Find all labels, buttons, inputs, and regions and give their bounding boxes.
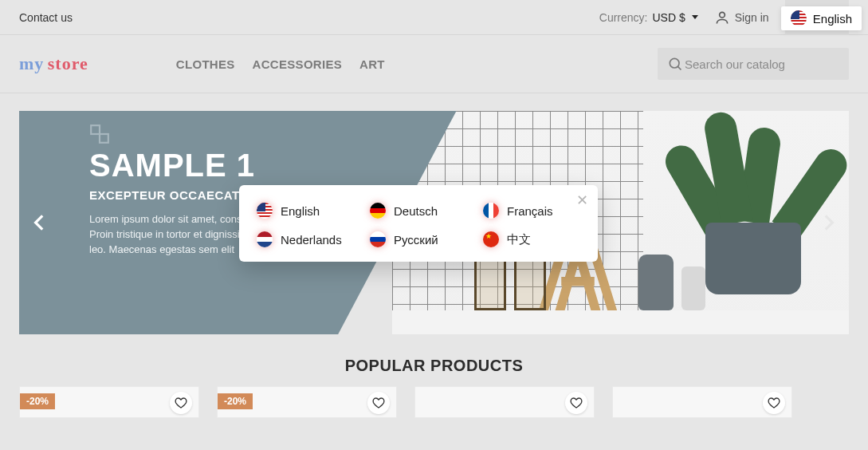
candle-decor [681, 266, 705, 310]
language-modal: ✕ English Deutsch Français Nederlands Ру… [239, 185, 598, 262]
svg-rect-3 [100, 134, 108, 143]
header: my store CLOTHES ACCESSORIES ART [0, 35, 868, 93]
nav-accessories[interactable]: ACCESSORIES [253, 57, 343, 71]
language-pill-label: English [813, 12, 852, 26]
popular-products-heading: POPULAR PRODUCTS [0, 357, 868, 375]
favorite-button[interactable] [565, 392, 587, 414]
banner-mark-icon [89, 124, 110, 144]
flag-de-icon [370, 203, 386, 219]
product-card[interactable]: -20% [217, 386, 397, 418]
favorite-button[interactable] [170, 392, 192, 414]
contact-us-link[interactable]: Contact us [19, 11, 73, 24]
lang-label: English [281, 204, 320, 218]
flag-fr-icon [483, 203, 499, 219]
lang-option-francais[interactable]: Français [483, 203, 580, 219]
favorite-button[interactable] [763, 392, 785, 414]
language-selector-pill[interactable]: English [781, 6, 862, 30]
lang-option-chinese[interactable]: 中文 [483, 231, 580, 247]
lang-label: 中文 [507, 232, 531, 247]
lang-option-english[interactable]: English [257, 203, 354, 219]
carousel-next-button[interactable] [812, 207, 844, 239]
logo-part-my: my [19, 53, 44, 73]
flag-nl-icon [257, 231, 273, 247]
lang-label: Nederlands [281, 233, 342, 247]
topbar: Contact us Currency: USD $ Sign in Cart [0, 0, 868, 35]
user-icon [714, 10, 730, 26]
signin-link[interactable]: Sign in [714, 10, 769, 26]
signin-label: Sign in [735, 11, 769, 24]
product-card[interactable] [414, 386, 595, 418]
product-card[interactable] [612, 386, 792, 418]
carousel-prev-button[interactable] [24, 207, 56, 239]
favorite-button[interactable] [367, 392, 390, 414]
discount-badge: -20% [20, 393, 55, 409]
svg-point-1 [670, 58, 679, 68]
currency-label: Currency: [599, 11, 648, 24]
flag-cn-icon [483, 231, 499, 247]
lang-label: Русский [394, 233, 438, 247]
search-input[interactable] [683, 57, 839, 72]
svg-point-0 [719, 12, 725, 18]
svg-rect-2 [91, 125, 100, 134]
logo-part-store: store [48, 53, 88, 73]
modal-close-button[interactable]: ✕ [576, 191, 588, 209]
main-nav: CLOTHES ACCESSORIES ART [176, 57, 385, 71]
nav-clothes[interactable]: CLOTHES [176, 57, 235, 71]
discount-badge: -20% [218, 393, 253, 409]
currency-selector[interactable]: Currency: USD $ [599, 11, 698, 24]
lang-option-russian[interactable]: Русский [370, 231, 467, 247]
products-row: -20% -20% [0, 386, 868, 418]
lang-option-deutsch[interactable]: Deutsch [370, 203, 467, 219]
search-icon [667, 56, 683, 72]
search-box[interactable] [658, 48, 849, 80]
nav-art[interactable]: ART [359, 57, 385, 71]
lang-option-nederlands[interactable]: Nederlands [257, 231, 354, 247]
lang-label: Deutsch [394, 204, 438, 218]
banner-title: SAMPLE 1 [89, 148, 849, 184]
product-card[interactable]: -20% [19, 386, 199, 418]
flag-us-icon [791, 10, 807, 26]
flag-us-icon [257, 203, 273, 219]
currency-value: USD $ [653, 11, 685, 24]
caret-down-icon [692, 15, 698, 19]
logo[interactable]: my store [19, 53, 88, 74]
lang-label: Français [507, 204, 553, 218]
flag-ru-icon [370, 231, 386, 247]
